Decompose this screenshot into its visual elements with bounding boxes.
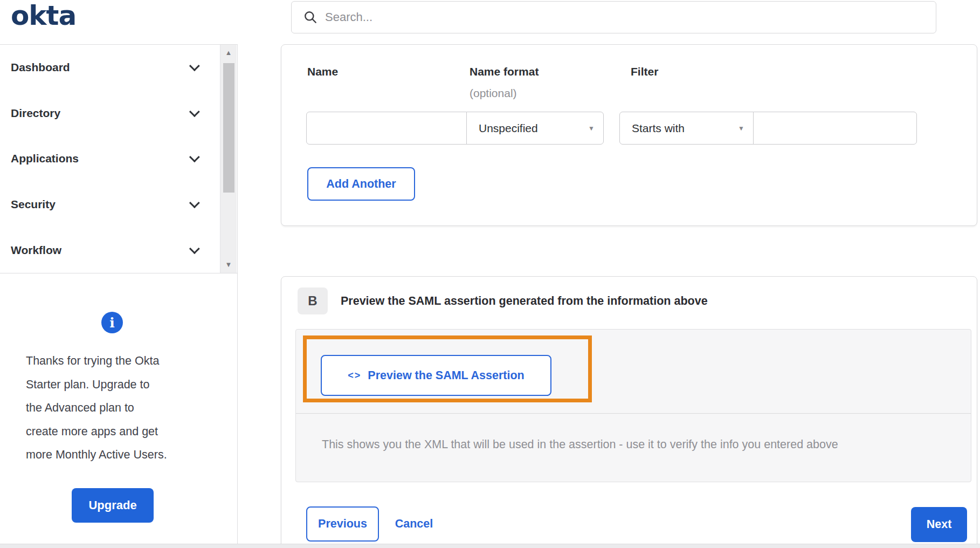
chevron-down-icon — [189, 61, 200, 72]
sidebar-divider — [237, 44, 238, 548]
attribute-statements-card: Name Name format (optional) Filter Unspe… — [281, 44, 977, 226]
info-icon: i — [101, 312, 123, 333]
trial-message-line: the Advanced plan to — [26, 396, 209, 420]
okta-admin-page: okta Dashboard Directory Applications Se… — [0, 0, 980, 548]
chevron-down-icon — [189, 243, 200, 254]
sidebar-item-label: Applications — [11, 152, 79, 165]
preview-panel: <> Preview the SAML Assertion This shows… — [295, 329, 971, 482]
search-box[interactable] — [291, 1, 936, 33]
preview-saml-assertion-button[interactable]: <> Preview the SAML Assertion — [321, 355, 551, 396]
trial-message-line: create more apps and get — [26, 420, 209, 444]
cancel-button[interactable]: Cancel — [387, 506, 441, 542]
scroll-up-arrow-icon[interactable]: ▲ — [220, 49, 237, 57]
search-icon — [303, 10, 318, 24]
okta-logo[interactable]: okta — [11, 0, 76, 33]
next-button[interactable]: Next — [911, 507, 967, 542]
sidebar-nav: Dashboard Directory Applications Securit… — [0, 44, 237, 273]
sidebar-item-label: Workflow — [11, 244, 61, 257]
trial-message-line: Thanks for trying the Okta — [26, 350, 209, 373]
dropdown-caret-icon: ▼ — [588, 125, 595, 132]
name-format-column-label: Name format — [470, 65, 539, 78]
trial-message-line: more Monthly Active Users. — [26, 443, 209, 467]
add-another-button[interactable]: Add Another — [307, 167, 415, 201]
filter-operator-dropdown[interactable]: Starts with ▼ — [619, 112, 754, 145]
filter-column-label: Filter — [631, 65, 658, 78]
name-format-optional-note: (optional) — [470, 87, 517, 100]
sidebar-item-dashboard[interactable]: Dashboard — [0, 45, 237, 91]
dropdown-caret-icon: ▼ — [738, 125, 744, 132]
sidebar-item-workflow[interactable]: Workflow — [0, 227, 237, 273]
step-b-badge: B — [298, 287, 328, 314]
filter-operator-selected-value: Starts with — [632, 122, 685, 135]
trial-message-line: Starter plan. Upgrade to — [26, 373, 209, 397]
panel-divider — [296, 413, 971, 414]
sidebar-item-label: Directory — [11, 107, 60, 120]
scrollbar-thumb[interactable] — [223, 63, 234, 193]
sidebar-item-label: Dashboard — [11, 61, 70, 74]
preview-button-label: Preview the SAML Assertion — [368, 369, 524, 382]
sidebar-item-applications[interactable]: Applications — [0, 136, 237, 182]
name-format-dropdown[interactable]: Unspecified ▼ — [466, 112, 604, 145]
previous-button[interactable]: Previous — [306, 506, 379, 542]
code-brackets-icon: <> — [348, 370, 361, 381]
preview-description: This shows you the XML that will be used… — [322, 438, 838, 451]
trial-message: Thanks for trying the Okta Starter plan.… — [26, 350, 209, 467]
search-input[interactable] — [325, 10, 936, 24]
preview-section-title: Preview the SAML assertion generated fro… — [341, 287, 708, 314]
name-column-label: Name — [307, 65, 338, 78]
sidebar-scrollbar[interactable]: ▲ ▼ — [220, 45, 237, 273]
scroll-down-arrow-icon[interactable]: ▼ — [220, 261, 237, 269]
sidebar-item-directory[interactable]: Directory — [0, 91, 237, 136]
upgrade-button[interactable]: Upgrade — [72, 488, 154, 523]
name-format-selected-value: Unspecified — [479, 122, 538, 135]
chevron-down-icon — [189, 152, 200, 163]
chevron-down-icon — [189, 106, 200, 117]
attribute-row: Unspecified ▼ Starts with ▼ — [306, 112, 917, 145]
sidebar-item-label: Security — [11, 198, 56, 211]
preview-assertion-card: B Preview the SAML assertion generated f… — [281, 276, 977, 548]
filter-value-input[interactable] — [753, 112, 917, 145]
sidebar-item-security[interactable]: Security — [0, 182, 237, 228]
attribute-name-input[interactable] — [306, 112, 467, 145]
window-bottom-edge — [0, 544, 980, 548]
chevron-down-icon — [189, 197, 200, 208]
